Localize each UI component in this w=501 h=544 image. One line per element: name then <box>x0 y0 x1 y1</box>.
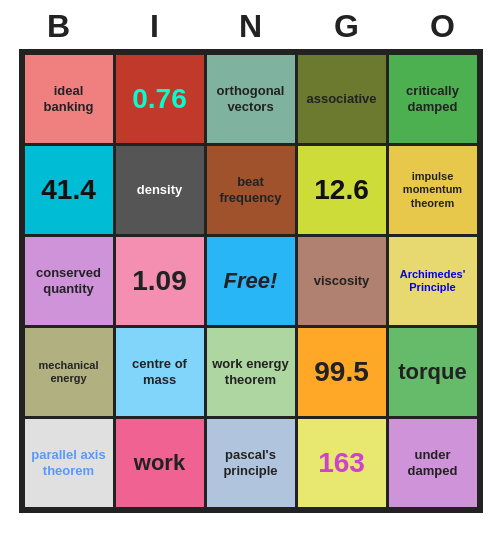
bingo-cell-19[interactable]: torque <box>389 328 477 416</box>
bingo-cell-0[interactable]: ideal banking <box>25 55 113 143</box>
bingo-cell-9[interactable]: impulse momentum theorem <box>389 146 477 234</box>
bingo-cell-21[interactable]: work <box>116 419 204 507</box>
bingo-cell-13[interactable]: viscosity <box>298 237 386 325</box>
bingo-letter: I <box>111 8 199 45</box>
bingo-cell-12[interactable]: Free! <box>207 237 295 325</box>
bingo-cell-14[interactable]: Archimedes' Principle <box>389 237 477 325</box>
bingo-cell-17[interactable]: work energy theorem <box>207 328 295 416</box>
bingo-letter: G <box>303 8 391 45</box>
bingo-cell-4[interactable]: critically damped <box>389 55 477 143</box>
bingo-cell-15[interactable]: mechanical energy <box>25 328 113 416</box>
bingo-grid: ideal banking0.76orthogonal vectorsassoc… <box>19 49 483 513</box>
bingo-header: BINGO <box>11 8 491 45</box>
bingo-cell-6[interactable]: density <box>116 146 204 234</box>
bingo-cell-18[interactable]: 99.5 <box>298 328 386 416</box>
bingo-cell-1[interactable]: 0.76 <box>116 55 204 143</box>
bingo-cell-2[interactable]: orthogonal vectors <box>207 55 295 143</box>
bingo-letter: B <box>15 8 103 45</box>
bingo-cell-20[interactable]: parallel axis theorem <box>25 419 113 507</box>
bingo-cell-7[interactable]: beat frequency <box>207 146 295 234</box>
bingo-letter: O <box>399 8 487 45</box>
bingo-cell-23[interactable]: 163 <box>298 419 386 507</box>
bingo-cell-5[interactable]: 41.4 <box>25 146 113 234</box>
bingo-cell-16[interactable]: centre of mass <box>116 328 204 416</box>
bingo-cell-8[interactable]: 12.6 <box>298 146 386 234</box>
bingo-cell-10[interactable]: conserved quantity <box>25 237 113 325</box>
bingo-cell-11[interactable]: 1.09 <box>116 237 204 325</box>
bingo-cell-22[interactable]: pascal's principle <box>207 419 295 507</box>
bingo-cell-24[interactable]: under damped <box>389 419 477 507</box>
bingo-letter: N <box>207 8 295 45</box>
bingo-cell-3[interactable]: associative <box>298 55 386 143</box>
